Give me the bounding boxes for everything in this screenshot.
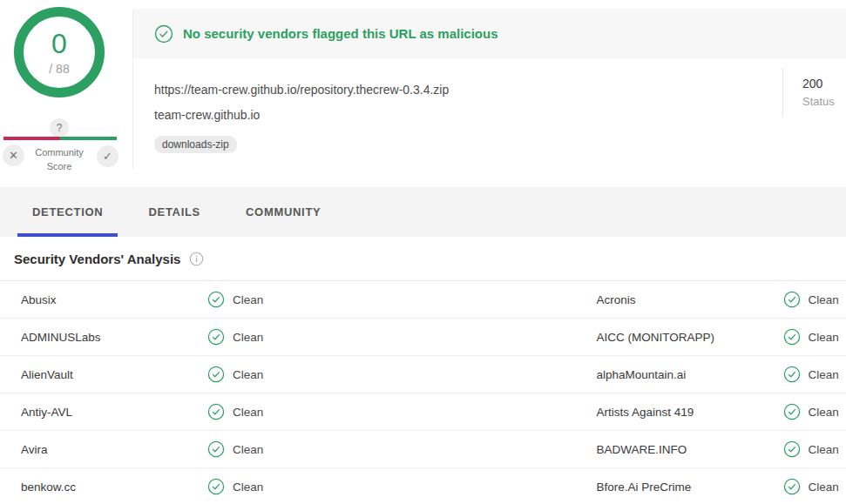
- vendor-result-label: Clean: [233, 331, 263, 344]
- vendor-name: Bfore.Ai PreCrime: [597, 480, 783, 494]
- tab-label: DETAILS: [148, 205, 200, 218]
- vendor-cell: AcronisClean: [423, 291, 846, 308]
- clean-check-icon: [783, 403, 801, 420]
- analysis-title: Security Vendors' Analysis: [14, 252, 180, 266]
- vendor-result-label: Clean: [809, 293, 839, 306]
- analyzed-domain[interactable]: team-crew.github.io: [154, 108, 846, 122]
- tab-detection[interactable]: DETECTION: [17, 187, 118, 237]
- vendor-cell: Artists Against 419Clean: [423, 403, 846, 420]
- clean-check-icon: [207, 440, 225, 458]
- vendor-status: Clean: [207, 328, 263, 346]
- vendor-row: Antiy-AVLCleanArtists Against 419Clean: [0, 393, 846, 431]
- vendor-row: AbusixCleanAcronisClean: [0, 281, 846, 319]
- http-status-value: 200: [802, 77, 835, 91]
- vendor-result-label: Clean: [233, 406, 263, 419]
- vendor-name: BADWARE.INFO: [597, 443, 783, 456]
- vendor-result-label: Clean: [233, 293, 263, 306]
- verdict-message: No security vendors flagged this URL as …: [183, 26, 498, 41]
- vendor-cell: alphaMountain.aiClean: [423, 366, 846, 383]
- vendor-result-label: Clean: [233, 368, 263, 381]
- score-gauge-panel: 0 / 88 ? Community Score ✕ ✓: [0, 0, 131, 178]
- clean-check-icon: [783, 328, 801, 346]
- page: 0 / 88 ? Community Score ✕ ✓ No security…: [0, 0, 846, 504]
- community-score-bar-negative: [3, 137, 60, 140]
- vendor-name: Avira: [21, 443, 207, 456]
- vendor-cell: AICC (MONITORAPP)Clean: [423, 328, 846, 346]
- vendor-status: Clean: [207, 291, 263, 308]
- vendor-row: AlienVaultCleanalphaMountain.aiClean: [0, 356, 846, 393]
- clean-check-icon: [207, 291, 225, 308]
- clean-check-icon: [207, 328, 225, 346]
- http-status-block: 200 Status: [782, 68, 835, 117]
- clean-check-icon: [783, 291, 801, 308]
- vendor-name: alphaMountain.ai: [597, 368, 783, 381]
- vendor-cell: AviraClean: [0, 440, 423, 458]
- vendor-status: Clean: [207, 366, 263, 383]
- vendor-name: Antiy-AVL: [21, 406, 207, 419]
- vendor-cell: Antiy-AVLClean: [0, 403, 423, 420]
- vendor-cell: Bfore.Ai PreCrimeClean: [423, 478, 846, 495]
- vendor-row: AviraCleanBADWARE.INFOClean: [0, 431, 846, 468]
- clean-check-icon: [783, 478, 801, 495]
- vendor-cell: BADWARE.INFOClean: [423, 440, 846, 458]
- clean-check-icon: [207, 478, 225, 495]
- community-score-label: Community Score: [25, 145, 93, 173]
- report-header: 0 / 88 ? Community Score ✕ ✓ No security…: [0, 0, 846, 187]
- vendor-result-label: Clean: [809, 443, 839, 456]
- vendor-row: benkow.ccCleanBfore.Ai PreCrimeClean: [0, 468, 846, 504]
- clean-check-icon: [783, 440, 801, 458]
- score-value: 0: [51, 30, 67, 57]
- vendor-result-label: Clean: [809, 331, 839, 344]
- url-summary-card: No security vendors flagged this URL as …: [132, 9, 846, 169]
- check-icon: ✓: [103, 150, 112, 163]
- vendor-status: Clean: [783, 478, 839, 495]
- vendor-status: Clean: [207, 478, 263, 495]
- vendor-cell: AlienVaultClean: [0, 366, 423, 383]
- verdict-banner: No security vendors flagged this URL as …: [133, 9, 846, 58]
- community-score-bar: [3, 137, 117, 140]
- tab-bar: DETECTIONDETAILSCOMMUNITY: [0, 187, 846, 237]
- vendor-result-label: Clean: [233, 443, 263, 456]
- tab-details[interactable]: DETAILS: [133, 187, 215, 237]
- tab-label: COMMUNITY: [246, 205, 321, 218]
- vendor-status: Clean: [207, 440, 263, 458]
- score-total: / 88: [49, 62, 69, 76]
- vendor-result-label: Clean: [233, 480, 263, 494]
- vendor-cell: ADMINUSLabsClean: [0, 328, 423, 346]
- vendor-name: Abusix: [21, 293, 207, 306]
- clean-check-icon: [783, 366, 801, 383]
- tab-label: DETECTION: [32, 205, 103, 218]
- vendor-result-label: Clean: [809, 406, 839, 419]
- vendor-name: AICC (MONITORAPP): [597, 331, 783, 344]
- tab-community[interactable]: COMMUNITY: [231, 187, 335, 237]
- vendor-row: ADMINUSLabsCleanAICC (MONITORAPP)Clean: [0, 319, 846, 356]
- vendor-name: Acronis: [597, 293, 783, 306]
- vendor-status: Clean: [207, 403, 263, 420]
- vendors-table: AbusixCleanAcronisCleanADMINUSLabsCleanA…: [0, 280, 846, 504]
- detection-score-gauge: 0 / 88: [14, 7, 105, 97]
- community-score-help-icon[interactable]: ?: [50, 118, 69, 138]
- analysis-header: Security Vendors' Analysis: [0, 237, 846, 280]
- vendor-status: Clean: [783, 440, 839, 458]
- vendor-result-label: Clean: [809, 368, 839, 381]
- x-icon: ✕: [9, 149, 18, 162]
- analyzed-url[interactable]: https://team-crew.github.io/repository.t…: [154, 83, 846, 97]
- clean-check-icon: [207, 403, 225, 420]
- circle-check-icon: [154, 24, 173, 44]
- vendor-name: Artists Against 419: [597, 406, 783, 419]
- tag-row: downloads-zip: [154, 136, 846, 153]
- info-icon[interactable]: [189, 252, 204, 266]
- analysis-section: Security Vendors' Analysis AbusixCleanAc…: [0, 237, 846, 504]
- active-tab-underline: [17, 233, 118, 237]
- http-status-label: Status: [802, 95, 835, 108]
- vendor-status: Clean: [783, 403, 839, 420]
- vendor-name: benkow.cc: [21, 480, 207, 494]
- vendor-result-label: Clean: [809, 480, 839, 494]
- clean-check-icon: [207, 366, 225, 383]
- vendor-name: AlienVault: [21, 368, 207, 381]
- vendor-status: Clean: [783, 291, 839, 308]
- tag-downloads-zip[interactable]: downloads-zip: [154, 136, 237, 153]
- vote-harmless-button[interactable]: ✓: [97, 145, 118, 167]
- vote-malicious-button[interactable]: ✕: [3, 144, 24, 166]
- vendor-cell: benkow.ccClean: [0, 478, 423, 495]
